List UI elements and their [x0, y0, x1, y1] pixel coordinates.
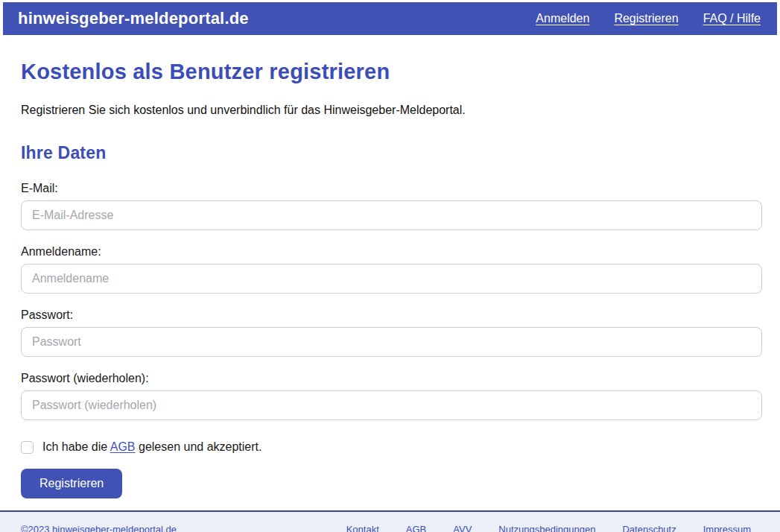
registration-form: E-Mail: Anmeldename: Passwort: Passwort … [21, 182, 762, 498]
nav-link-registrieren[interactable]: Registrieren [614, 12, 678, 25]
registration-page: Kostenlos als Benutzer registrieren Regi… [0, 35, 780, 498]
agb-text-after: gelesen und akzeptiert. [136, 440, 262, 453]
password-field[interactable] [21, 327, 762, 357]
password-label: Passwort: [21, 308, 762, 322]
password-repeat-field[interactable] [21, 390, 762, 420]
intro-text: Registrieren Sie sich kostenlos und unve… [21, 104, 762, 117]
agb-link[interactable]: AGB [110, 440, 136, 453]
email-field[interactable] [21, 200, 762, 230]
agb-text-before: Ich habe die [42, 440, 110, 453]
nav-link-faq-hilfe[interactable]: FAQ / Hilfe [703, 12, 761, 25]
top-navbar: hinweisgeber-meldeportal.de Anmelden Reg… [3, 2, 777, 35]
footer-link-agb[interactable]: AGB [406, 524, 426, 532]
form-group-email: E-Mail: [21, 182, 762, 230]
agb-checkbox[interactable] [21, 441, 34, 454]
footer-copyright-link[interactable]: ©2023 hinweisgeber-meldeportal.de [21, 524, 177, 532]
footer-link-avv[interactable]: AVV [453, 524, 472, 532]
agb-consent-label: Ich habe die AGB gelesen und akzeptiert. [42, 440, 261, 454]
page-title: Kostenlos als Benutzer registrieren [21, 60, 762, 84]
site-brand[interactable]: hinweisgeber-meldeportal.de [18, 9, 249, 28]
username-label: Anmeldename: [21, 245, 762, 259]
footer-link-nutzungsbedingungen[interactable]: Nutzungsbedingungen [498, 524, 595, 532]
form-group-password-repeat: Passwort (wiederholen): [21, 372, 762, 420]
username-field[interactable] [21, 264, 762, 294]
footer-links: Kontakt AGB AVV Nutzungsbedingungen Date… [346, 524, 751, 532]
register-button[interactable]: Registrieren [21, 469, 122, 498]
nav-link-anmelden[interactable]: Anmelden [536, 12, 589, 25]
form-group-username: Anmeldename: [21, 245, 762, 294]
footer-link-impressum[interactable]: Impressum [703, 524, 751, 532]
footer-link-datenschutz[interactable]: Datenschutz [622, 524, 676, 532]
password-repeat-label: Passwort (wiederholen): [21, 372, 762, 385]
navbar-links: Anmelden Registrieren FAQ / Hilfe [536, 12, 761, 25]
form-group-password: Passwort: [21, 308, 762, 357]
page-footer: ©2023 hinweisgeber-meldeportal.de Kontak… [0, 510, 780, 532]
agb-consent-row: Ich habe die AGB gelesen und akzeptiert. [21, 440, 762, 454]
footer-link-kontakt[interactable]: Kontakt [346, 524, 379, 532]
email-label: E-Mail: [21, 182, 762, 195]
section-title-ihre-daten: Ihre Daten [21, 143, 762, 163]
